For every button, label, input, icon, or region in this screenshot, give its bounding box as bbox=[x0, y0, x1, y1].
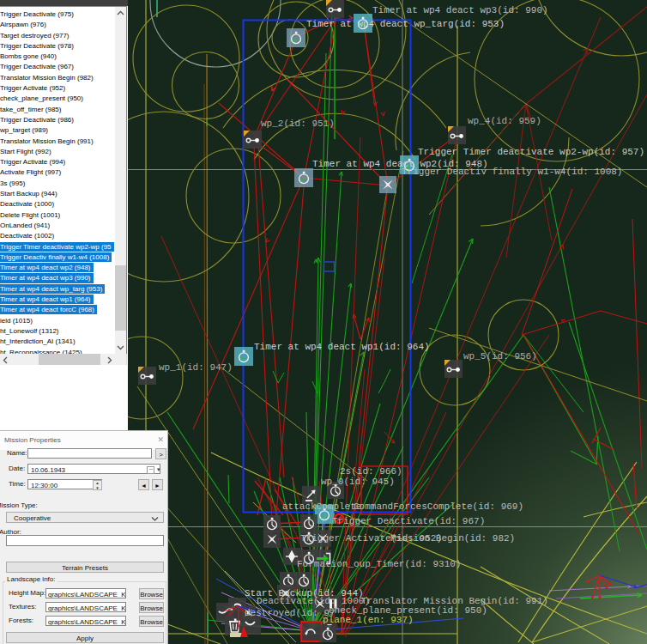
svg-text:destroyed(id: 97: destroyed(id: 97 bbox=[245, 608, 336, 618]
svg-text:Timer at wp4 deact wp_targ(id:: Timer at wp4 deact wp_targ(id: 953) bbox=[306, 19, 505, 29]
svg-text:2s(id: 966): 2s(id: 966) bbox=[340, 466, 402, 477]
svg-text:wp_2(id: 951): wp_2(id: 951) bbox=[261, 118, 335, 129]
svg-text:wp_1(id: 947): wp_1(id: 947) bbox=[159, 362, 233, 373]
svg-text:Formation_oup_Timer(id: 9310): Formation_oup_Timer(id: 9310) bbox=[297, 559, 461, 569]
svg-text:Trigger Deactiv finally w1-w4(: Trigger Deactiv finally w1-w4(id: 1008) bbox=[402, 167, 622, 177]
svg-text:attackComplete: attackComplete bbox=[282, 501, 361, 512]
svg-text:wp_0(id: 945): wp_0(id: 945) bbox=[321, 477, 395, 487]
svg-text:wp_5(id: 956): wp_5(id: 956) bbox=[463, 351, 537, 361]
svg-text:plane_1(en: 937): plane_1(en: 937) bbox=[323, 615, 414, 625]
svg-text:Timer at wp4 deact wp1(id: 964: Timer at wp4 deact wp1(id: 964) bbox=[254, 342, 430, 352]
svg-text:Trigger Timer deactivate wp2-w: Trigger Timer deactivate wp2-wp(id: 957) bbox=[418, 147, 644, 157]
svg-text:Mission Begin(id: 982): Mission Begin(id: 982) bbox=[390, 533, 515, 544]
svg-text:Trigger Deactivate(id: 967): Trigger Deactivate(id: 967) bbox=[332, 516, 485, 526]
svg-text:CommandForcesComplete(id: 969): CommandForcesComplete(id: 969) bbox=[354, 501, 523, 512]
svg-text:wp_4(id: 959): wp_4(id: 959) bbox=[468, 116, 541, 126]
svg-text:Timer at wp4 deact wp3(id: 990: Timer at wp4 deact wp3(id: 990) bbox=[372, 5, 548, 15]
